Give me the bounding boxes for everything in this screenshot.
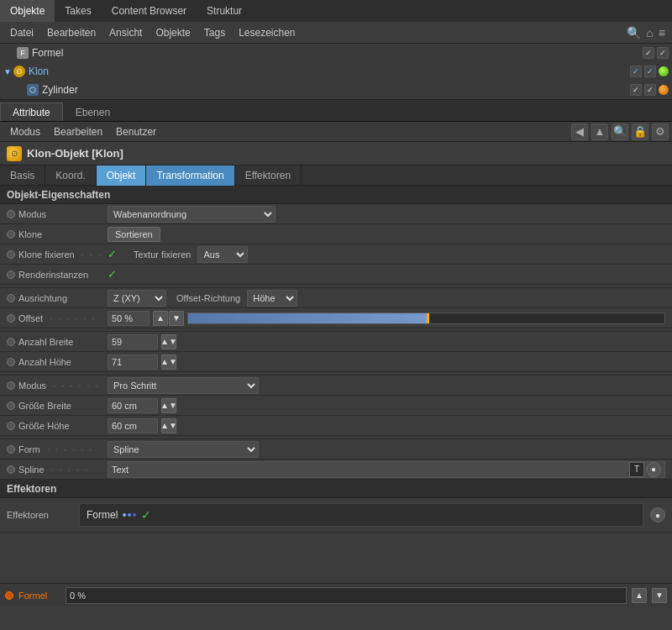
tab-ebenen[interactable]: Ebenen [63,102,123,121]
offset-marker [427,313,429,323]
menu-objekte[interactable]: Objekte [149,24,197,42]
tab-objekte[interactable]: Objekte [0,0,55,22]
spline-btns: T ● [629,462,661,477]
offset-dot [7,314,15,323]
offset-value: ▲ ▼ [108,311,665,326]
tab-content-browser[interactable]: Content Browser [102,0,197,22]
vis-toggle-1[interactable]: ✓ [643,47,654,59]
ms-dot [7,381,15,390]
sub-menu-modus[interactable]: Modus [3,123,47,140]
modus-value[interactable]: Wabenanordnung [108,206,665,223]
modus-step-value[interactable]: Pro Schritt [108,377,665,394]
prop-tab-effektoren[interactable]: Effektoren [235,165,302,186]
prop-row-ausrichtung: Ausrichtung Z (XY) Offset-Richtung Höhe [0,288,672,308]
klone-fix-label: Klone fixieren · · · [7,249,108,260]
ms-dots: · · · · · · [53,381,100,391]
search-btn[interactable]: 🔍 [612,123,628,140]
anzahl-breite-input[interactable] [108,334,158,349]
offset-progress-bar[interactable] [187,312,665,324]
zylinder-icon: ⬡ [27,84,39,96]
ab-stepper[interactable]: ▲▼ [161,334,176,349]
formel-step-up[interactable]: ▲ [632,588,647,603]
textur-fix-select[interactable]: Aus [197,246,248,263]
prop-tab-basis[interactable]: Basis [0,165,45,186]
render-label: Renderinstanzen [7,270,108,280]
ausrichtung-label: Ausrichtung [7,293,108,303]
lock-btn[interactable]: 🔒 [632,123,648,140]
form-value[interactable]: Spline [108,441,665,458]
menu-bearbeiten[interactable]: Bearbeiten [40,24,102,42]
list-item[interactable]: F Formel ✓ ✓ [0,44,672,62]
klon-controls: ✓ ✓ [630,66,669,77]
render-dot [7,270,15,279]
effektoren-area[interactable]: Formel ✓ [79,503,643,527]
modus-label: Modus [7,209,108,219]
more-icon[interactable]: ≡ [659,26,665,39]
klone-dot [7,230,15,239]
klon-vis-2[interactable]: ✓ [644,66,656,77]
sub-menu-bearbeiten[interactable]: Bearbeiten [47,123,109,140]
offset-richtung-select[interactable]: Höhe [247,290,297,307]
render-value: ✓ [108,268,665,281]
search-icon[interactable]: 🔍 [627,26,641,39]
gb-stepper[interactable]: ▲▼ [161,398,176,413]
gh-value: ▲▼ [108,418,665,433]
anzahl-breite-label: Anzahl Breite [7,337,108,347]
gh-label: Größe Höhe [7,421,108,431]
prop-tab-objekt[interactable]: Objekt [97,165,147,186]
anzahl-hoehe-input[interactable] [108,354,158,370]
tab-struktur[interactable]: Struktur [197,0,252,22]
prop-row-offset: Offset · · · · · · ▲ ▼ [0,308,672,328]
tab-attribute[interactable]: Attribute [0,102,63,121]
form-select[interactable]: Spline [108,441,259,458]
klon-vis-1[interactable]: ✓ [630,66,642,77]
tab-takes[interactable]: Takes [55,0,101,22]
offset-input[interactable] [108,311,150,326]
klone-label: Klone [7,229,108,239]
zyl-vis-2[interactable]: ✓ [644,84,656,96]
prop-tab-transformation[interactable]: Transformation [146,165,234,186]
prop-tab-koord[interactable]: Koord. [45,165,96,186]
anzahl-hoehe-label: Anzahl Höhe [7,357,108,367]
zyl-vis-1[interactable]: ✓ [630,84,642,96]
eff-check[interactable]: ✓ [141,508,151,522]
formel-label: Formel [32,47,643,59]
gh-input[interactable] [108,418,158,433]
prop-row-modus: Modus Wabenanordnung [0,204,672,224]
menu-lesezeichen[interactable]: Lesezeichen [232,24,302,42]
spline-dot [7,465,15,474]
klone-sort-btn[interactable]: Sortieren [108,227,160,242]
arrow-left-btn[interactable]: ◀ [571,123,588,140]
menu-ansicht[interactable]: Ansicht [102,24,149,42]
settings-btn[interactable]: ⚙ [652,123,669,140]
gh-stepper[interactable]: ▲▼ [161,418,176,433]
spline-circ-btn[interactable]: ● [646,462,661,477]
dot-sep: · · · [81,249,102,260]
formel-bottom-input[interactable] [66,587,627,604]
ah-stepper[interactable]: ▲▼ [161,354,176,370]
list-item[interactable]: ⬡ Zylinder ✓ ✓ [0,81,672,99]
home-icon[interactable]: ⌂ [646,26,653,39]
modus-step-select[interactable]: Pro Schritt [108,377,259,394]
modus-select[interactable]: Wabenanordnung [108,206,276,223]
list-item[interactable]: ▼ ⊙ Klon ✓ ✓ [0,62,672,81]
arrow-up-btn[interactable]: ▲ [591,123,608,140]
vis-toggle-2[interactable]: ✓ [657,47,669,59]
klone-fix-check[interactable]: ✓ [108,248,117,260]
offset-progress-fill [188,313,427,323]
gb-input[interactable] [108,398,158,413]
spline-text-value: Text [112,465,129,475]
offset-step-up[interactable]: ▲ [153,311,168,326]
render-check[interactable]: ✓ [108,268,117,281]
sub-menu-benutzer[interactable]: Benutzer [109,123,163,140]
expand-arrow[interactable]: ▼ [3,67,12,76]
effektoren-side-btn[interactable]: ● [650,507,665,522]
prop-row-klone: Klone Sortieren [0,224,672,244]
object-header: ⊙ Klon-Objekt [Klon] [0,142,672,165]
offset-step-down[interactable]: ▼ [169,311,184,326]
menu-tags[interactable]: Tags [197,24,232,42]
ausrichtung-select[interactable]: Z (XY) [108,290,166,307]
menu-datei[interactable]: Datei [3,24,40,42]
spline-t-btn[interactable]: T [629,462,644,477]
formel-step-down[interactable]: ▼ [652,588,667,603]
